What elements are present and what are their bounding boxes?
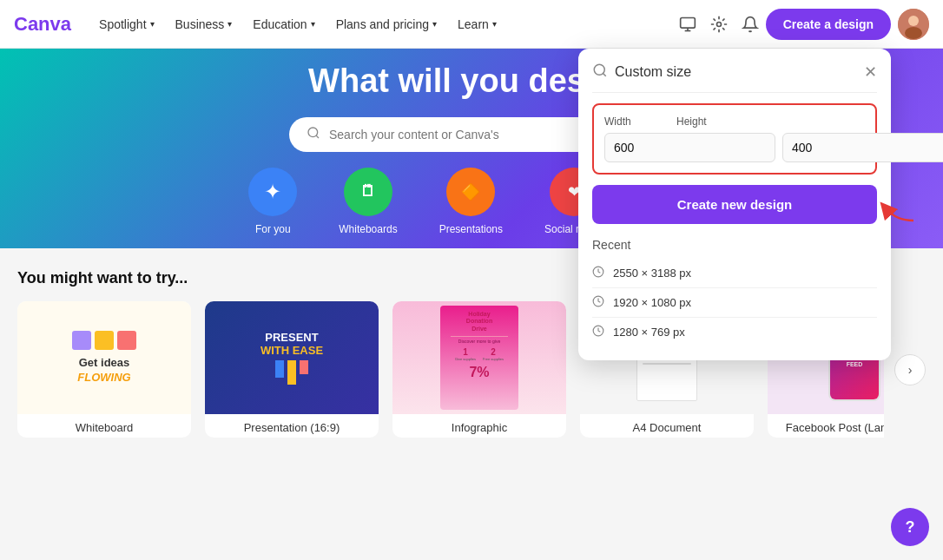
presentations-icon: 🔶 bbox=[446, 168, 495, 216]
svg-line-10 bbox=[603, 73, 605, 76]
bell-icon[interactable] bbox=[735, 9, 766, 40]
height-input[interactable] bbox=[782, 133, 943, 162]
monitor-icon[interactable] bbox=[672, 9, 703, 40]
chevron-down-icon: ▾ bbox=[311, 19, 315, 29]
recent-item-3[interactable]: 1280 × 769 px bbox=[592, 318, 877, 346]
height-label: Height bbox=[676, 115, 742, 128]
settings-icon[interactable] bbox=[703, 9, 735, 40]
whiteboards-icon: 🗒 bbox=[344, 168, 392, 216]
dropdown-title: Custom size bbox=[615, 64, 857, 80]
svg-line-8 bbox=[316, 135, 319, 138]
nav-item-learn[interactable]: Learn ▾ bbox=[447, 17, 507, 31]
card-infographic[interactable]: HolidayDonationDrive Discover more to gi… bbox=[392, 301, 566, 438]
size-inputs-row: px ▾ bbox=[604, 133, 865, 162]
svg-point-6 bbox=[905, 27, 922, 39]
dropdown-search-row: Custom size ✕ bbox=[592, 63, 877, 93]
create-new-design-button[interactable]: Create new design bbox=[592, 185, 877, 224]
clock-icon bbox=[592, 325, 604, 339]
nav-item-spotlight[interactable]: Spotlight ▾ bbox=[89, 17, 164, 31]
next-button[interactable]: › bbox=[894, 354, 926, 385]
avatar[interactable] bbox=[898, 9, 929, 40]
svg-point-7 bbox=[308, 128, 318, 137]
svg-rect-0 bbox=[680, 17, 695, 28]
category-foryou[interactable]: ✦ For you bbox=[228, 168, 318, 235]
close-icon[interactable]: ✕ bbox=[864, 63, 877, 82]
nav-item-plans[interactable]: Plans and pricing ▾ bbox=[326, 17, 447, 31]
recent-item-2[interactable]: 1920 × 1080 px bbox=[592, 288, 877, 318]
clock-icon bbox=[592, 295, 604, 310]
svg-point-9 bbox=[594, 64, 604, 75]
width-input[interactable] bbox=[604, 133, 775, 162]
nav-item-education[interactable]: Education ▾ bbox=[242, 17, 325, 31]
recent-title: Recent bbox=[592, 238, 877, 252]
search-icon bbox=[592, 63, 608, 82]
search-icon bbox=[307, 126, 320, 143]
help-button[interactable]: ? bbox=[891, 508, 929, 546]
chevron-down-icon: ▾ bbox=[228, 19, 232, 29]
width-label: Width bbox=[604, 115, 669, 128]
card-label-whiteboard: Whiteboard bbox=[17, 414, 191, 438]
card-label-facebook: Facebook Post (Landscape bbox=[768, 414, 884, 438]
card-label-presentation: Presentation (16:9) bbox=[205, 414, 379, 438]
red-arrow bbox=[879, 196, 922, 227]
size-inputs-box: Width Height px ▾ bbox=[592, 103, 877, 175]
chevron-down-icon: ▾ bbox=[492, 19, 497, 29]
svg-point-5 bbox=[908, 16, 919, 26]
custom-size-dropdown: Custom size ✕ Width Height px ▾ Create n… bbox=[578, 49, 891, 360]
category-presentations[interactable]: 🔶 Presentations bbox=[419, 168, 524, 235]
svg-point-3 bbox=[716, 22, 721, 26]
card-label-infographic: Infographic bbox=[392, 414, 566, 438]
category-whiteboards[interactable]: 🗒 Whiteboards bbox=[318, 168, 418, 235]
recent-item-1[interactable]: 2550 × 3188 px bbox=[592, 259, 877, 288]
create-design-button[interactable]: Create a design bbox=[766, 9, 891, 40]
card-presentation[interactable]: PRESENT WITH EASE Presentation (16:9) bbox=[205, 301, 379, 438]
chevron-down-icon: ▾ bbox=[150, 19, 155, 29]
card-whiteboard[interactable]: Get ideas FLOWING Whiteboard bbox=[17, 301, 191, 438]
card-label-a4: A4 Document bbox=[580, 414, 754, 438]
navigation: Canva Spotlight ▾ Business ▾ Education ▾… bbox=[0, 0, 943, 49]
canva-logo[interactable]: Canva bbox=[14, 13, 71, 36]
clock-icon bbox=[592, 266, 604, 280]
foryou-icon: ✦ bbox=[248, 168, 297, 216]
nav-item-business[interactable]: Business ▾ bbox=[165, 17, 243, 31]
size-labels-row: Width Height bbox=[604, 115, 865, 128]
chevron-down-icon: ▾ bbox=[432, 19, 437, 29]
